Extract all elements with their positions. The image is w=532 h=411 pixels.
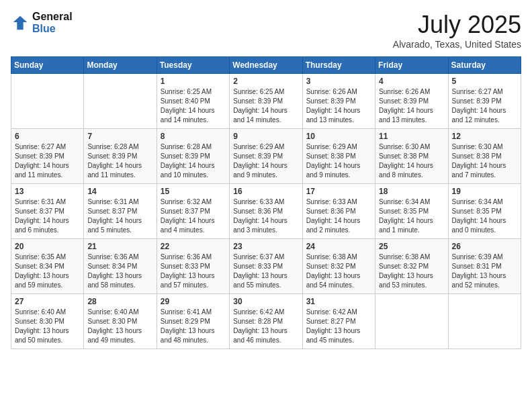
day-number: 26 [452,242,517,251]
day-info: Sunrise: 6:27 AM Sunset: 8:39 PM Dayligh… [15,142,80,180]
calendar-cell: 20Sunrise: 6:35 AM Sunset: 8:34 PM Dayli… [11,239,84,294]
day-info: Sunrise: 6:27 AM Sunset: 8:39 PM Dayligh… [452,87,517,125]
calendar-cell: 2Sunrise: 6:25 AM Sunset: 8:39 PM Daylig… [230,74,302,129]
day-info: Sunrise: 6:36 AM Sunset: 8:33 PM Dayligh… [161,253,226,290]
logo-icon [11,13,30,32]
day-number: 21 [87,242,152,251]
calendar-cell [448,294,521,349]
calendar-cell: 21Sunrise: 6:36 AM Sunset: 8:34 PM Dayli… [84,239,157,294]
calendar-week-1: 1Sunrise: 6:25 AM Sunset: 8:40 PM Daylig… [11,74,521,129]
day-info: Sunrise: 6:40 AM Sunset: 8:30 PM Dayligh… [87,308,152,345]
calendar-cell: 30Sunrise: 6:42 AM Sunset: 8:28 PM Dayli… [230,294,302,349]
calendar-cell [11,74,84,129]
calendar-cell: 18Sunrise: 6:34 AM Sunset: 8:35 PM Dayli… [375,184,448,239]
day-number: 20 [15,242,80,251]
day-number: 9 [233,132,298,141]
calendar-cell: 8Sunrise: 6:28 AM Sunset: 8:39 PM Daylig… [157,129,229,184]
day-info: Sunrise: 6:30 AM Sunset: 8:38 PM Dayligh… [452,142,517,180]
day-info: Sunrise: 6:34 AM Sunset: 8:35 PM Dayligh… [379,197,444,235]
day-info: Sunrise: 6:28 AM Sunset: 8:39 PM Dayligh… [87,142,152,180]
calendar-cell: 7Sunrise: 6:28 AM Sunset: 8:39 PM Daylig… [84,129,157,184]
calendar-cell: 12Sunrise: 6:30 AM Sunset: 8:38 PM Dayli… [448,129,521,184]
day-info: Sunrise: 6:32 AM Sunset: 8:37 PM Dayligh… [161,197,226,235]
calendar-cell: 4Sunrise: 6:26 AM Sunset: 8:39 PM Daylig… [375,74,448,129]
calendar-week-5: 27Sunrise: 6:40 AM Sunset: 8:30 PM Dayli… [11,294,521,349]
day-number: 29 [161,297,226,306]
day-number: 28 [87,297,152,306]
day-info: Sunrise: 6:33 AM Sunset: 8:36 PM Dayligh… [306,197,371,235]
day-number: 13 [15,187,80,196]
calendar-cell: 24Sunrise: 6:38 AM Sunset: 8:32 PM Dayli… [302,239,375,294]
calendar-cell: 3Sunrise: 6:26 AM Sunset: 8:39 PM Daylig… [302,74,375,129]
day-info: Sunrise: 6:41 AM Sunset: 8:29 PM Dayligh… [161,308,226,345]
day-info: Sunrise: 6:38 AM Sunset: 8:32 PM Dayligh… [306,253,371,290]
calendar-cell: 15Sunrise: 6:32 AM Sunset: 8:37 PM Dayli… [157,184,229,239]
weekday-header-friday: Friday [375,57,448,74]
calendar-cell: 13Sunrise: 6:31 AM Sunset: 8:37 PM Dayli… [11,184,84,239]
day-number: 2 [233,77,298,86]
day-number: 8 [161,132,226,141]
day-number: 27 [15,297,80,306]
calendar-cell: 28Sunrise: 6:40 AM Sunset: 8:30 PM Dayli… [84,294,157,349]
calendar-table: SundayMondayTuesdayWednesdayThursdayFrid… [11,56,521,349]
day-number: 4 [379,77,444,86]
calendar-cell: 9Sunrise: 6:29 AM Sunset: 8:39 PM Daylig… [230,129,302,184]
title-block: July 2025 Alvarado, Texas, United States [393,11,521,50]
day-number: 3 [306,77,371,86]
day-info: Sunrise: 6:28 AM Sunset: 8:39 PM Dayligh… [161,142,226,180]
day-number: 1 [161,77,226,86]
calendar-cell: 6Sunrise: 6:27 AM Sunset: 8:39 PM Daylig… [11,129,84,184]
day-number: 6 [15,132,80,141]
day-info: Sunrise: 6:39 AM Sunset: 8:31 PM Dayligh… [452,253,517,290]
day-info: Sunrise: 6:31 AM Sunset: 8:37 PM Dayligh… [87,197,152,235]
calendar-cell: 1Sunrise: 6:25 AM Sunset: 8:40 PM Daylig… [157,74,229,129]
day-info: Sunrise: 6:38 AM Sunset: 8:32 PM Dayligh… [379,253,444,290]
calendar-cell [84,74,157,129]
calendar-cell: 19Sunrise: 6:34 AM Sunset: 8:35 PM Dayli… [448,184,521,239]
weekday-header-saturday: Saturday [448,57,521,74]
day-info: Sunrise: 6:29 AM Sunset: 8:39 PM Dayligh… [233,142,298,180]
day-number: 19 [452,187,517,196]
day-info: Sunrise: 6:35 AM Sunset: 8:34 PM Dayligh… [15,253,80,290]
calendar-week-3: 13Sunrise: 6:31 AM Sunset: 8:37 PM Dayli… [11,184,521,239]
day-number: 11 [379,132,444,141]
day-number: 7 [87,132,152,141]
day-number: 22 [161,242,226,251]
day-info: Sunrise: 6:34 AM Sunset: 8:35 PM Dayligh… [452,197,517,235]
day-number: 15 [161,187,226,196]
day-number: 31 [306,297,371,306]
calendar-cell: 22Sunrise: 6:36 AM Sunset: 8:33 PM Dayli… [157,239,229,294]
day-info: Sunrise: 6:26 AM Sunset: 8:39 PM Dayligh… [306,87,371,125]
calendar-cell [375,294,448,349]
day-info: Sunrise: 6:30 AM Sunset: 8:38 PM Dayligh… [379,142,444,180]
day-info: Sunrise: 6:42 AM Sunset: 8:28 PM Dayligh… [233,308,298,345]
calendar-cell: 27Sunrise: 6:40 AM Sunset: 8:30 PM Dayli… [11,294,84,349]
calendar-cell: 10Sunrise: 6:29 AM Sunset: 8:38 PM Dayli… [302,129,375,184]
day-number: 17 [306,187,371,196]
day-number: 25 [379,242,444,251]
day-number: 12 [452,132,517,141]
day-number: 5 [452,77,517,86]
day-info: Sunrise: 6:40 AM Sunset: 8:30 PM Dayligh… [15,308,80,345]
day-info: Sunrise: 6:31 AM Sunset: 8:37 PM Dayligh… [15,197,80,235]
logo: General Blue [11,11,73,35]
calendar-cell: 23Sunrise: 6:37 AM Sunset: 8:33 PM Dayli… [230,239,302,294]
day-info: Sunrise: 6:29 AM Sunset: 8:38 PM Dayligh… [306,142,371,180]
day-info: Sunrise: 6:26 AM Sunset: 8:39 PM Dayligh… [379,87,444,125]
day-info: Sunrise: 6:42 AM Sunset: 8:27 PM Dayligh… [306,308,371,345]
day-number: 16 [233,187,298,196]
calendar-cell: 17Sunrise: 6:33 AM Sunset: 8:36 PM Dayli… [302,184,375,239]
calendar-week-4: 20Sunrise: 6:35 AM Sunset: 8:34 PM Dayli… [11,239,521,294]
calendar-week-2: 6Sunrise: 6:27 AM Sunset: 8:39 PM Daylig… [11,129,521,184]
calendar-cell: 11Sunrise: 6:30 AM Sunset: 8:38 PM Dayli… [375,129,448,184]
calendar-cell: 16Sunrise: 6:33 AM Sunset: 8:36 PM Dayli… [230,184,302,239]
day-info: Sunrise: 6:33 AM Sunset: 8:36 PM Dayligh… [233,197,298,235]
weekday-header-row: SundayMondayTuesdayWednesdayThursdayFrid… [11,57,521,74]
location: Alvarado, Texas, United States [393,39,521,50]
calendar-cell: 29Sunrise: 6:41 AM Sunset: 8:29 PM Dayli… [157,294,229,349]
page-header: General Blue July 2025 Alvarado, Texas, … [11,11,521,50]
day-info: Sunrise: 6:36 AM Sunset: 8:34 PM Dayligh… [87,253,152,290]
day-info: Sunrise: 6:37 AM Sunset: 8:33 PM Dayligh… [233,253,298,290]
day-number: 18 [379,187,444,196]
svg-marker-0 [13,16,28,30]
